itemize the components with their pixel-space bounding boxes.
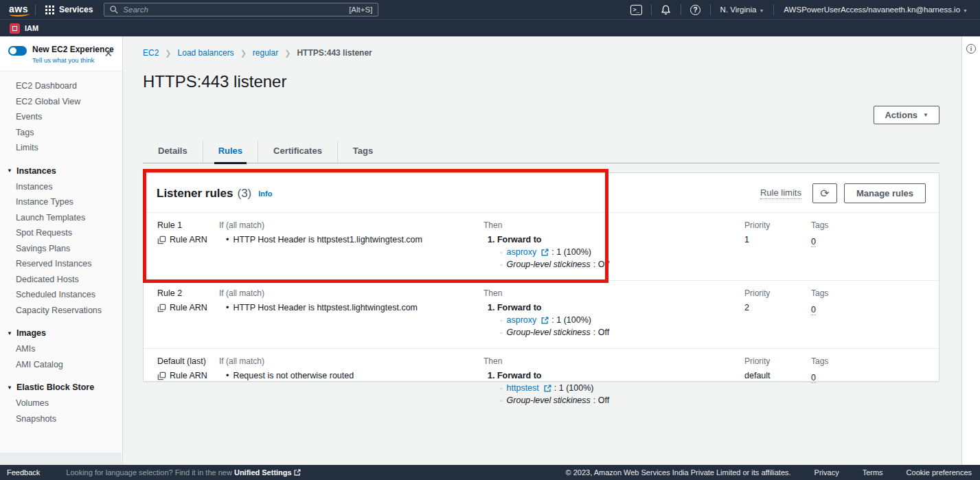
sidebar-item-capacity-reservations[interactable]: Capacity Reservations (0, 303, 122, 319)
rule-count: (3) (238, 187, 252, 201)
aws-logo[interactable]: aws (9, 3, 28, 16)
actions-button[interactable]: Actions▼ (874, 106, 939, 124)
if-column-label: If (all match) (219, 356, 483, 366)
breadcrumb-load-balancers[interactable]: Load balancers (178, 48, 234, 58)
chevron-down-icon: ▼ (963, 8, 968, 13)
tags-column-label: Tags (811, 356, 939, 366)
sidebar-item-ec2-global-view[interactable]: EC2 Global View (0, 94, 122, 110)
tab-rules[interactable]: Rules (203, 141, 258, 163)
sidebar-images-list: AMIs AMI Catalog (0, 341, 122, 372)
target-group-link[interactable]: asproxy (507, 315, 537, 325)
sidebar-item-instance-types[interactable]: Instance Types (0, 194, 122, 210)
search-shortcut: [Alt+S] (349, 5, 372, 14)
sidebar-item-limits[interactable]: Limits (0, 140, 122, 156)
feedback-link[interactable]: Tell us what you think (32, 56, 114, 64)
terms-link[interactable]: Terms (863, 468, 883, 477)
cloudshell-button[interactable]: >_ (626, 2, 647, 17)
stickiness-line: ◦ Group-level stickiness : Off (483, 328, 744, 337)
sidebar-item-reserved-instances[interactable]: Reserved Instances (0, 256, 122, 272)
iam-label: IAM (25, 24, 38, 32)
tab-details[interactable]: Details (143, 141, 203, 163)
sidebar-item-tags[interactable]: Tags (0, 125, 122, 141)
sidebar-item-ami-catalog[interactable]: AMI Catalog (0, 357, 122, 373)
search-input[interactable]: Search [Alt+S] (104, 3, 378, 16)
circle-bullet-icon: ◦ (500, 385, 503, 392)
refresh-button[interactable]: ⟳ (812, 183, 837, 203)
help-button[interactable]: ? (685, 2, 706, 17)
cookie-preferences-link[interactable]: Cookie preferences (907, 468, 972, 477)
sidebar-item-volumes[interactable]: Volumes (0, 396, 122, 411)
priority-column-label: Priority (744, 288, 811, 298)
tab-tags[interactable]: Tags (337, 141, 388, 163)
bell-icon (661, 5, 671, 15)
sidebar-section-ebs[interactable]: ▼ Elastic Block Store (0, 378, 122, 396)
sidebar-item-savings-plans[interactable]: Savings Plans (0, 241, 122, 257)
tab-certificates[interactable]: Certificates (258, 141, 337, 163)
then-column-label: Then (483, 288, 744, 298)
region-selector[interactable]: N. Virginia▼ (715, 5, 770, 14)
favorites-bar: IAM (0, 19, 980, 36)
rule-name: Default (last) (157, 356, 219, 366)
target-group-link[interactable]: httpstest (507, 383, 539, 393)
feedback-button[interactable]: Feedback (7, 468, 40, 477)
panel-header: Listener rules (3) Info Rule limits ⟳ Ma… (144, 173, 939, 212)
panel-title: Listener rules (157, 187, 233, 201)
target-group-line: ◦ asproxy : 1 (100%) (483, 315, 744, 325)
footer-bar: Feedback Looking for language selection?… (0, 465, 980, 480)
forward-to-action: 1. Forward to (483, 371, 744, 380)
rule-arn-copy[interactable]: Rule ARN (157, 303, 219, 312)
if-column-label: If (all match) (219, 220, 483, 230)
info-link[interactable]: Info (258, 190, 272, 198)
forward-to-action: 1. Forward to (483, 235, 744, 244)
priority-value: default (744, 371, 811, 380)
target-group-link[interactable]: asproxy (507, 247, 537, 257)
favorite-iam-link[interactable]: IAM (10, 23, 38, 34)
search-icon (110, 5, 118, 14)
circle-bullet-icon: ◦ (500, 261, 503, 268)
page-title: HTTPS:443 listener (124, 58, 961, 91)
sidebar-item-events[interactable]: Events (0, 109, 122, 125)
copy-icon (157, 304, 166, 312)
sidebar-item-dedicated-hosts[interactable]: Dedicated Hosts (0, 272, 122, 288)
table-row-rule-1: Rule 1 Rule ARN If (all match) •HTTP Hos… (144, 212, 939, 280)
sidebar-item-amis[interactable]: AMIs (0, 341, 122, 357)
notifications-button[interactable] (656, 2, 676, 17)
rule-limits-link[interactable]: Rule limits (760, 187, 801, 199)
priority-value: 1 (744, 235, 811, 244)
external-link-icon[interactable] (541, 249, 549, 256)
sidebar-section-instances[interactable]: ▼ Instances (0, 162, 122, 179)
info-icon[interactable]: i (966, 44, 976, 54)
manage-rules-button[interactable]: Manage rules (844, 183, 926, 203)
sidebar-item-snapshots[interactable]: Snapshots (0, 411, 122, 427)
sidebar-item-scheduled-instances[interactable]: Scheduled Instances (0, 287, 122, 303)
new-experience-toggle[interactable] (8, 46, 27, 56)
breadcrumb-regular[interactable]: regular (253, 48, 278, 58)
bullet-icon: • (226, 303, 229, 312)
sidebar-section-images[interactable]: ▼ Images (0, 324, 122, 341)
breadcrumb-ec2[interactable]: EC2 (143, 48, 159, 58)
triangle-down-icon: ▼ (7, 168, 12, 174)
tags-count-link[interactable]: 0 (811, 305, 816, 315)
external-link-icon[interactable] (541, 317, 549, 324)
rule-arn-copy[interactable]: Rule ARN (157, 371, 219, 380)
privacy-link[interactable]: Privacy (814, 468, 839, 477)
unified-settings-link[interactable]: Unified Settings (234, 468, 292, 477)
divider (710, 4, 711, 15)
tab-bar: Details Rules Certificates Tags (143, 141, 939, 163)
sidebar-ebs-list: Volumes Snapshots (0, 396, 122, 426)
services-menu-button[interactable]: Services (43, 5, 95, 14)
sidebar-item-ec2-dashboard[interactable]: EC2 Dashboard (0, 78, 122, 94)
tags-count-link[interactable]: 0 (811, 237, 816, 247)
external-link-icon[interactable] (544, 385, 551, 392)
rule-arn-copy[interactable]: Rule ARN (157, 235, 219, 244)
main-content: EC2 ❯ Load balancers ❯ regular ❯ HTTPS:4… (124, 36, 961, 465)
priority-column-label: Priority (744, 220, 811, 230)
sidebar-item-launch-templates[interactable]: Launch Templates (0, 210, 122, 226)
close-icon[interactable]: ✕ (104, 50, 113, 57)
sidebar-item-spot-requests[interactable]: Spot Requests (0, 225, 122, 241)
tags-count-link[interactable]: 0 (811, 373, 816, 383)
sidebar-item-instances[interactable]: Instances (0, 179, 122, 195)
sidebar-top-list: EC2 Dashboard EC2 Global View Events Tag… (0, 78, 122, 156)
sidebar-scroll-track[interactable] (0, 453, 122, 465)
account-menu[interactable]: AWSPowerUserAccess/navaneeth.kn@harness.… (778, 5, 973, 14)
